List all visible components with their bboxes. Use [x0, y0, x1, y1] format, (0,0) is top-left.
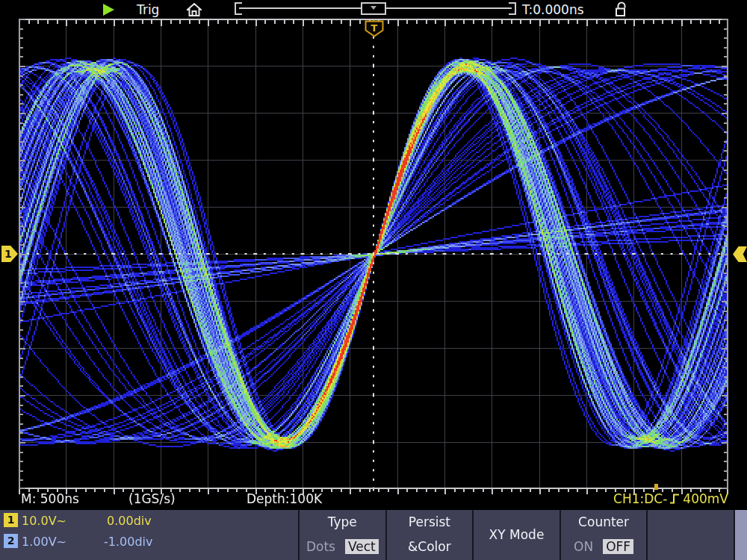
memory-bar-right-bracket — [509, 2, 516, 15]
run-state-play-icon[interactable] — [103, 4, 114, 16]
menu-section-xy-mode[interactable]: XY Mode — [472, 510, 560, 560]
timebase-readout: M: 500ns — [21, 491, 79, 506]
menu-title-persist-color: &Color — [408, 539, 451, 554]
memory-bar-left-bracket — [235, 2, 242, 15]
home-icon[interactable] — [185, 1, 203, 18]
record-depth-readout: Depth:100K — [247, 491, 322, 506]
trigger-info-readout: CH1:DC- 400mV — [613, 491, 728, 506]
trigger-source-label: CH1:DC- — [613, 491, 667, 506]
ch2-badge[interactable]: 2 — [4, 534, 18, 548]
option-counter-on[interactable]: ON — [574, 539, 593, 554]
menu-section-counter[interactable]: Counter ON OFF — [560, 510, 647, 560]
ch1-badge[interactable]: 1 — [4, 513, 18, 527]
waveform-display — [19, 19, 728, 495]
option-dots[interactable]: Dots — [306, 539, 335, 554]
ch2-position-readout: -1.00div — [104, 535, 152, 549]
trigger-position-badge[interactable]: T — [365, 20, 384, 37]
oscilloscope-screen: Trig T:0.000ns T 1 M: 500ns (1GS/s) Dept… — [0, 0, 747, 560]
menu-title-counter: Counter — [578, 514, 629, 529]
trigger-badge-letter: T — [371, 22, 378, 34]
menu-section-type[interactable]: Type Dots Vect — [298, 510, 385, 560]
menu-section-persist[interactable]: Persist &Color — [385, 510, 473, 560]
trigger-level-label: 400mV — [683, 491, 728, 506]
rising-edge-icon — [669, 492, 681, 505]
ch1-scale-readout: 10.0V~ — [22, 514, 66, 528]
ch1-position-marker[interactable]: 1 — [1, 246, 18, 262]
menu-bar: 1 10.0V~ 0.00div 2 1.00V~ -1.00div Type … — [0, 510, 734, 560]
position-pointer-icon — [371, 6, 376, 10]
trig-status-label: Trig — [137, 2, 159, 17]
soft-menu: Type Dots Vect Persist &Color XY Mode Co… — [298, 510, 734, 560]
menu-section-empty[interactable] — [646, 510, 734, 560]
ch2-scale-readout: 1.00V~ — [22, 535, 66, 549]
bottom-ruler-marker — [654, 484, 658, 490]
side-strip — [734, 510, 747, 560]
sample-rate-readout: (1GS/s) — [128, 491, 176, 506]
view-position-box[interactable] — [361, 2, 386, 15]
menu-title-xy-mode: XY Mode — [489, 527, 545, 542]
menu-title-type: Type — [328, 514, 357, 529]
option-vect[interactable]: Vect — [345, 539, 379, 554]
unlock-icon[interactable] — [614, 1, 632, 18]
ch1-position-readout: 0.00div — [107, 514, 152, 528]
trigger-level-marker[interactable] — [733, 246, 747, 262]
trigger-time-readout: T:0.000ns — [522, 2, 584, 17]
menu-title-persist: Persist — [409, 514, 450, 529]
memory-position-bar — [235, 2, 516, 15]
option-counter-off[interactable]: OFF — [603, 539, 633, 554]
